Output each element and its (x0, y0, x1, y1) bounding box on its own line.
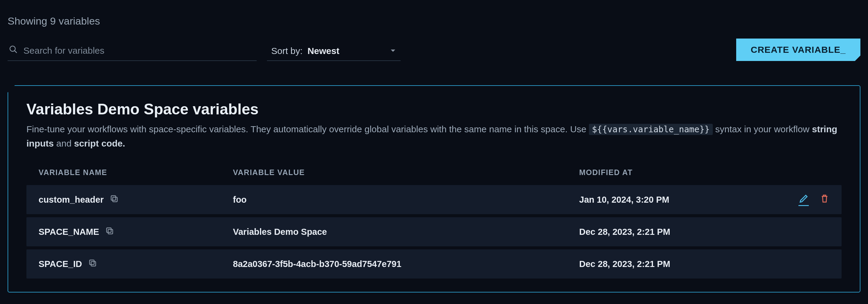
search-input[interactable] (23, 45, 255, 56)
panel-desc-code: ${{vars.variable_name}} (589, 124, 713, 135)
copy-icon[interactable] (88, 259, 97, 270)
results-summary: Showing 9 variables (8, 15, 860, 27)
variable-value: Variables Demo Space (233, 227, 579, 237)
svg-rect-7 (90, 260, 94, 265)
col-header-modified: MODIFIED AT (579, 168, 781, 177)
panel-description: Fine-tune your workflows with space-spec… (26, 122, 840, 150)
search-field[interactable] (8, 42, 257, 61)
variable-name-cell: custom_header (38, 194, 233, 205)
svg-point-0 (10, 46, 16, 52)
variable-modified-at: Jan 10, 2024, 3:20 PM (579, 195, 781, 205)
panel-desc-text: Fine-tune your workflows with space-spec… (26, 124, 589, 134)
variable-name: SPACE_NAME (38, 227, 99, 237)
chevron-down-icon (390, 46, 396, 56)
search-icon (9, 45, 18, 56)
copy-icon[interactable] (110, 194, 119, 205)
variables-panel: Variables Demo Space variables Fine-tune… (8, 85, 860, 293)
table-header: VARIABLE NAME VARIABLE VALUE MODIFIED AT (26, 163, 842, 182)
svg-rect-3 (111, 196, 116, 200)
edit-icon[interactable] (799, 194, 809, 206)
trash-icon[interactable] (820, 194, 830, 206)
toolbar: Sort by: Newest CREATE VARIABLE_ (8, 38, 860, 61)
col-header-name: VARIABLE NAME (38, 168, 233, 177)
variable-value: 8a2a0367-3f5b-4acb-b370-59ad7547e791 (233, 259, 579, 269)
svg-rect-2 (113, 197, 117, 202)
panel-desc-text: syntax in your workflow (715, 124, 812, 134)
svg-rect-5 (106, 228, 111, 232)
sort-select[interactable]: Sort by: Newest (267, 43, 401, 61)
variable-value: foo (233, 195, 579, 205)
variable-name: custom_header (38, 195, 103, 205)
sort-label: Sort by: (271, 46, 303, 56)
panel-desc-bold: script code. (74, 138, 125, 148)
variable-name-cell: SPACE_NAME (38, 226, 233, 238)
svg-rect-6 (91, 262, 96, 266)
table-row: SPACE_NAMEVariables Demo SpaceDec 28, 20… (26, 217, 842, 246)
panel-desc-text: and (56, 138, 74, 148)
variable-name-cell: SPACE_ID (38, 259, 233, 270)
table-row: custom_headerfooJan 10, 2024, 3:20 PM (26, 185, 842, 214)
variable-modified-at: Dec 28, 2023, 2:21 PM (579, 227, 781, 237)
svg-rect-4 (108, 229, 113, 234)
svg-line-1 (14, 50, 17, 53)
create-variable-button[interactable]: CREATE VARIABLE_ (736, 38, 860, 61)
copy-icon[interactable] (105, 226, 114, 238)
col-header-value: VARIABLE VALUE (233, 168, 579, 177)
variables-table: VARIABLE NAME VARIABLE VALUE MODIFIED AT… (26, 163, 842, 278)
sort-value: Newest (307, 46, 385, 56)
variable-modified-at: Dec 28, 2023, 2:21 PM (579, 259, 781, 269)
table-row: SPACE_ID8a2a0367-3f5b-4acb-b370-59ad7547… (26, 249, 842, 278)
panel-title: Variables Demo Space variables (26, 100, 842, 118)
row-actions (781, 194, 830, 206)
variable-name: SPACE_ID (38, 259, 82, 269)
